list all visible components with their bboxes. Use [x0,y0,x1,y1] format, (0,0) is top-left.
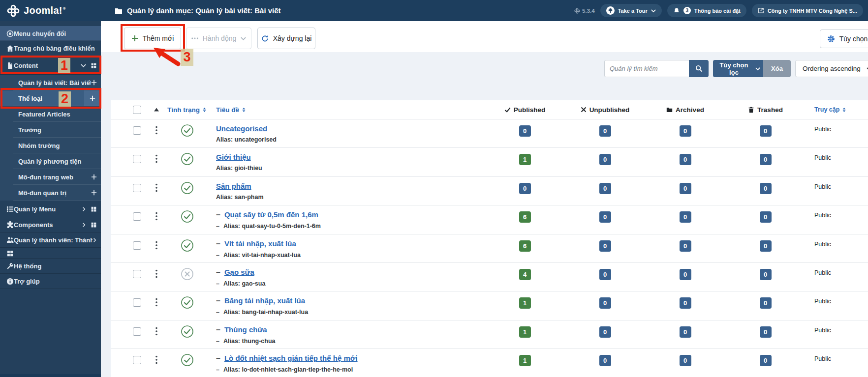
sidebar-item-help[interactable]: Trợ giúp [0,274,101,289]
category-title-link[interactable]: Băng tải nhập, xuất lúa [224,296,305,305]
row-checkbox[interactable] [133,212,141,221]
status-published-icon[interactable] [181,152,194,166]
category-title-link[interactable]: Sản phẩm [216,182,251,190]
published-count-badge[interactable]: 1 [519,355,531,366]
notifications-button[interactable]: 3 Thông báo cài đặt [667,4,746,17]
sidebar-item-users[interactable]: Quản lý thành viên: Thành viên [0,232,101,248]
unpublished-count-badge[interactable]: 0 [599,183,611,194]
category-title-link[interactable]: Uncategorised [216,124,267,133]
new-button[interactable]: Thêm mới [124,28,181,49]
status-published-icon[interactable] [181,210,194,223]
add-category-quick-button[interactable] [84,90,101,106]
status-column-header[interactable]: Tình trạng [167,106,207,114]
status-published-icon[interactable] [181,181,194,195]
unpublished-count-badge[interactable]: 0 [599,240,611,252]
trashed-column-header[interactable]: Trashed [748,106,783,114]
row-checkbox[interactable] [133,270,141,278]
published-count-badge[interactable]: 6 [519,240,531,252]
status-published-icon[interactable] [181,124,194,137]
trashed-count-badge[interactable]: 0 [760,240,772,252]
row-checkbox[interactable] [133,126,141,135]
archived-count-badge[interactable]: 0 [680,125,691,137]
trashed-count-badge[interactable]: 0 [760,297,772,309]
sidebar-item-menus[interactable]: Quản lý Menu [0,201,101,217]
archived-column-header[interactable]: Archived [666,106,704,114]
row-checkbox[interactable] [133,155,141,163]
trashed-count-badge[interactable]: 0 [760,269,772,280]
row-checkbox[interactable] [133,327,141,336]
sidebar-item-categories[interactable]: Thể loại [0,90,101,106]
category-title-link[interactable]: Gạo sữa [224,268,254,276]
sidebar-item-media[interactable]: Quản lý phương tiện [0,153,101,169]
search-input[interactable] [604,60,689,77]
sidebar-item-articles[interactable]: Quản lý bài viết: Bài viết [0,75,101,90]
archived-count-badge[interactable]: 0 [680,154,691,165]
unpublished-count-badge[interactable]: 0 [599,326,611,338]
trashed-count-badge[interactable]: 0 [760,211,772,223]
unpublished-count-badge[interactable]: 0 [599,297,611,309]
unpublished-count-badge[interactable]: 0 [599,269,611,280]
access-column-header[interactable]: Truy cập [814,106,846,113]
row-checkbox[interactable] [133,356,141,364]
sidebar-item-site-modules[interactable]: Mô-đun trang web [0,169,101,185]
trashed-count-badge[interactable]: 0 [760,125,772,137]
clear-filter-button[interactable]: Xóa [763,60,791,77]
published-count-badge[interactable]: 0 [519,183,531,194]
unpublished-count-badge[interactable]: 0 [599,355,611,366]
archived-count-badge[interactable]: 0 [680,211,691,223]
archived-count-badge[interactable]: 0 [680,183,691,194]
sidebar-item-admin-modules[interactable]: Mô-đun quản trị [0,185,101,201]
unpublished-column-header[interactable]: Unpublished [581,106,630,114]
ordering-select[interactable]: Ordering ascending [795,60,868,77]
row-checkbox[interactable] [133,184,141,192]
status-unpublished-icon[interactable] [181,267,194,281]
sidebar-item-home[interactable]: Trang chủ bảng điều khiển [0,41,101,56]
category-title-link[interactable]: Giới thiệu [216,153,251,161]
published-column-header[interactable]: Published [504,106,546,114]
filter-options-button[interactable]: Tùy chọn lọc [713,60,763,77]
row-actions-dots-icon[interactable] [155,154,157,165]
take-a-tour-button[interactable]: Take a Tour [600,4,662,17]
row-actions-dots-icon[interactable] [155,269,157,280]
unpublished-count-badge[interactable]: 0 [599,125,611,137]
sidebar-item-field-groups[interactable]: Nhóm trường [0,138,101,153]
row-checkbox[interactable] [133,241,141,250]
archived-count-badge[interactable]: 0 [680,240,691,252]
title-column-header[interactable]: Tiêu đề [216,106,246,114]
sidebar-item-fields[interactable]: Trường [0,122,101,138]
published-count-badge[interactable]: 4 [519,269,531,280]
archived-count-badge[interactable]: 0 [680,355,691,366]
row-actions-dots-icon[interactable] [155,298,157,309]
select-all-checkbox[interactable] [133,106,141,114]
status-published-icon[interactable] [181,296,194,309]
sidebar-item-content[interactable]: Content [0,56,101,75]
archived-count-badge[interactable]: 0 [680,326,691,338]
unpublished-count-badge[interactable]: 0 [599,211,611,223]
published-count-badge[interactable]: 1 [519,326,531,338]
row-actions-dots-icon[interactable] [155,355,157,366]
trashed-count-badge[interactable]: 0 [760,154,772,165]
category-title-link[interactable]: Thùng chứa [224,325,267,334]
row-actions-dots-icon[interactable] [155,183,157,194]
status-published-icon[interactable] [181,239,194,252]
published-count-badge[interactable]: 6 [519,211,531,223]
sidebar-item-system[interactable]: Hệ thống [0,259,101,274]
row-actions-dots-icon[interactable] [155,327,157,338]
archived-count-badge[interactable]: 0 [680,297,691,309]
sidebar-item-featured[interactable]: Featured Articles [0,106,101,122]
category-title-link[interactable]: Vít tải nhập, xuất lúa [224,239,296,248]
sidebar-item-components[interactable]: Components [0,217,101,232]
rebuild-button[interactable]: Xây dựng lại [257,28,315,49]
row-actions-dots-icon[interactable] [155,212,157,223]
unpublished-count-badge[interactable]: 0 [599,154,611,165]
published-count-badge[interactable]: 1 [519,297,531,309]
trashed-count-badge[interactable]: 0 [760,183,772,194]
actions-button[interactable]: Hành động [186,28,251,49]
published-count-badge[interactable]: 1 [519,154,531,165]
published-count-badge[interactable]: 0 [519,125,531,137]
sidebar-item-grid-only[interactable] [0,248,101,259]
category-title-link[interactable]: Quạt sấy từ 0,5m đến 1,6m [224,210,318,219]
site-preview-button[interactable]: Công ty TNHH MTV Công Nghệ S... [752,4,863,17]
trashed-count-badge[interactable]: 0 [760,326,772,338]
ordering-sort-caret[interactable] [154,107,159,112]
